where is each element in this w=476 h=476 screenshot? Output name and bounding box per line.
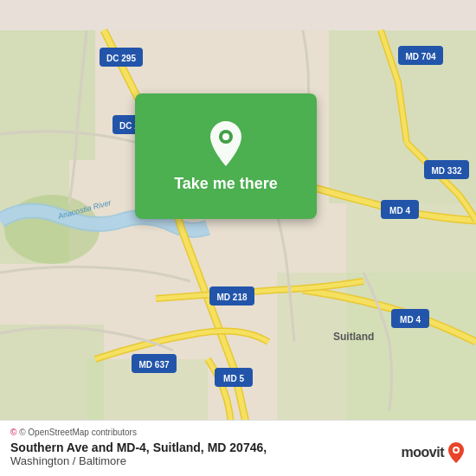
svg-point-30 xyxy=(222,133,229,140)
address-line: Southern Ave and MD-4, Suitland, MD 2074… xyxy=(10,441,466,454)
location-pin-icon xyxy=(205,119,247,168)
svg-text:MD 5: MD 5 xyxy=(223,374,244,383)
svg-text:DC 295: DC 295 xyxy=(106,54,136,63)
moovit-logo: moovit xyxy=(402,441,466,464)
svg-point-32 xyxy=(454,448,458,452)
map-container: DC 295 DC 295 MD 704 MD 332 MD 4 MD 218 … xyxy=(0,0,476,476)
city-line: Washington / Baltimore xyxy=(10,454,466,467)
svg-text:MD 4: MD 4 xyxy=(400,315,421,325)
copyright-text: © © OpenStreetMap contributors xyxy=(10,428,466,437)
svg-text:MD 704: MD 704 xyxy=(405,52,435,61)
svg-text:MD 4: MD 4 xyxy=(389,206,410,215)
copyright-icon: © xyxy=(10,428,16,437)
svg-text:MD 218: MD 218 xyxy=(216,293,247,302)
moovit-text: moovit xyxy=(402,445,444,460)
svg-text:MD 332: MD 332 xyxy=(431,166,461,176)
svg-text:MD 637: MD 637 xyxy=(138,360,169,370)
map-background: DC 295 DC 295 MD 704 MD 332 MD 4 MD 218 … xyxy=(0,0,476,476)
take-me-there-label: Take me there xyxy=(174,175,278,193)
svg-text:Suitland: Suitland xyxy=(333,331,374,343)
take-me-there-button[interactable]: Take me there xyxy=(135,93,317,219)
moovit-pin-icon xyxy=(447,441,466,464)
